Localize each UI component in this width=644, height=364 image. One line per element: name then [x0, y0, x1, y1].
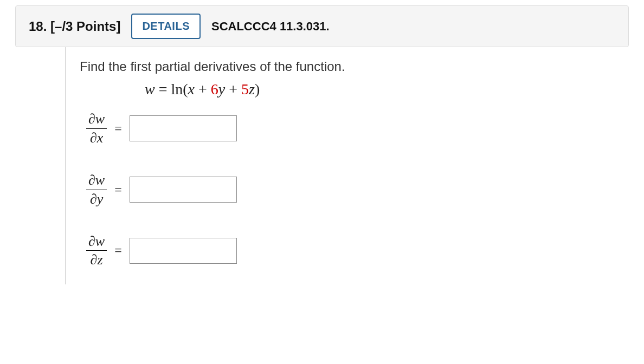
question-source: SCALCCC4 11.3.031.	[211, 20, 330, 34]
eq-z: z	[249, 81, 255, 98]
eq-plus1: +	[195, 81, 211, 98]
eq-plus2: +	[225, 81, 241, 98]
partial-dz-row: ∂w ∂z =	[86, 233, 644, 269]
eq-y: y	[218, 81, 225, 98]
partial-dy-num: ∂w	[86, 172, 107, 190]
eq-w: w	[145, 81, 155, 98]
partial-dx-label: ∂w ∂x	[86, 111, 107, 146]
question-prompt: Find the first partial derivatives of th…	[80, 59, 644, 74]
partial-dz-label: ∂w ∂z	[86, 233, 107, 269]
partial-dy-input[interactable]	[130, 177, 237, 203]
question-number: 18. [–/3 Points]	[29, 19, 120, 34]
question-points: [–/3 Points]	[50, 19, 120, 34]
question-header: 18. [–/3 Points] DETAILS SCALCCC4 11.3.0…	[15, 5, 629, 47]
eq-equals: =	[155, 81, 171, 98]
question-number-value: 18.	[29, 19, 47, 34]
eq-six: 6	[211, 81, 218, 98]
eq-open: (	[183, 81, 188, 98]
partial-dy-label: ∂w ∂y	[86, 172, 107, 207]
partial-dx-input[interactable]	[130, 115, 237, 141]
partial-dx-den: ∂x	[88, 129, 105, 146]
eq-ln: ln	[171, 81, 183, 98]
partial-dx-eq: =	[114, 121, 122, 136]
function-equation: w = ln(x + 6y + 5z)	[145, 81, 644, 98]
partial-dz-den: ∂z	[88, 251, 105, 268]
details-button[interactable]: DETAILS	[131, 14, 201, 39]
question-content: Find the first partial derivatives of th…	[65, 47, 644, 284]
eq-x: x	[188, 81, 195, 98]
partial-dy-den: ∂y	[88, 190, 105, 207]
eq-close: )	[255, 81, 260, 98]
partial-dx-row: ∂w ∂x =	[86, 111, 644, 146]
eq-five: 5	[241, 81, 249, 98]
partial-dz-num: ∂w	[86, 233, 107, 251]
partial-dx-num: ∂w	[86, 111, 107, 129]
partial-dy-eq: =	[114, 183, 122, 197]
partial-dz-input[interactable]	[130, 238, 237, 264]
partial-dy-row: ∂w ∂y =	[86, 172, 644, 207]
partial-dz-eq: =	[114, 243, 122, 258]
